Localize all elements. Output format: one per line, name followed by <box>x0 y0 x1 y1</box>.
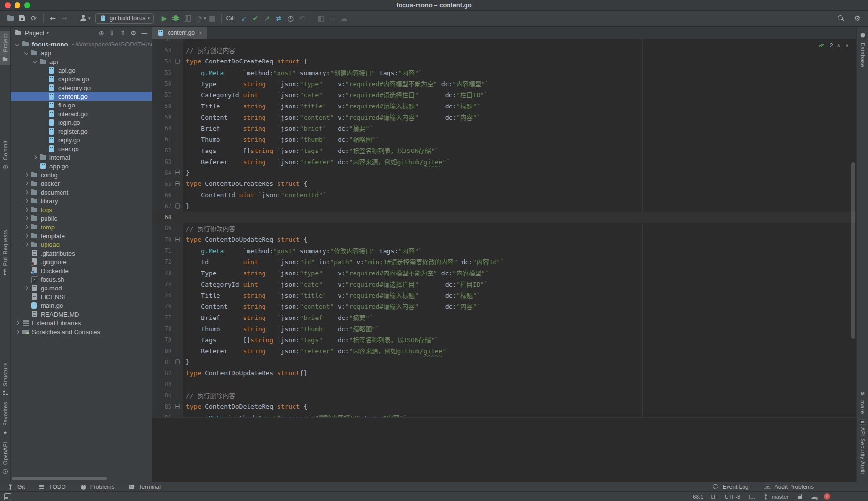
stripe-item-commit[interactable]: Commit <box>0 138 10 173</box>
git-commit-icon[interactable]: ✔ <box>249 13 261 24</box>
close-window-button[interactable] <box>5 2 11 8</box>
tree-toggle-icon[interactable] <box>24 243 29 247</box>
code-line-78[interactable]: 78 Thumb string `json:"thumb" dc:"缩略图"` <box>152 323 856 334</box>
tree-toggle-icon[interactable] <box>33 155 37 160</box>
stripe-item-api-security-audit[interactable]: API Security Audit <box>857 417 868 477</box>
stripe-item-pull-requests[interactable]: Pull Requests <box>0 228 10 279</box>
code-line-68[interactable]: 68 <box>152 212 856 223</box>
fold-marker[interactable] <box>171 359 183 364</box>
tree-item-focus-sh[interactable]: focus.sh <box>11 275 152 284</box>
tree-toggle-icon[interactable] <box>24 173 29 177</box>
line-separator[interactable]: LF <box>711 494 717 500</box>
fold-open-icon[interactable] <box>175 59 180 64</box>
file-encoding[interactable]: UTF-8 <box>725 494 741 500</box>
stripe-item-project[interactable]: Project <box>0 31 10 65</box>
tree-item-document[interactable]: document <box>11 188 152 197</box>
next-problem-icon[interactable]: ∨ <box>845 43 849 48</box>
run-icon[interactable]: ▶ <box>158 13 170 24</box>
tree-item-content-go[interactable]: content.go <box>11 92 152 101</box>
code-line-52[interactable]: 52 <box>152 39 856 45</box>
shelve-icon[interactable]: ◧ <box>315 13 326 24</box>
stripe-item-openapi[interactable]: OpenAPI <box>0 439 10 478</box>
fold-open-icon[interactable] <box>175 181 180 186</box>
code-viewport[interactable]: 5253// 执行创建内容54type ContentDoCreateReq s… <box>152 39 856 417</box>
tree-item-file-go[interactable]: file.go <box>11 101 152 109</box>
tree-item-upload[interactable]: upload <box>11 240 152 249</box>
tool-window-button-terminal[interactable]: Terminal <box>128 483 160 491</box>
tool-window-switcher-icon[interactable] <box>4 493 12 501</box>
tree-toggle-icon[interactable] <box>24 234 29 238</box>
tool-window-button-audit-problems[interactable]: Audit Problems <box>763 484 814 490</box>
git-branch-widget[interactable]: master <box>762 493 789 501</box>
fold-marker[interactable] <box>171 170 183 175</box>
tree-item-dockerfile[interactable]: Dockerfile <box>11 266 152 275</box>
code-line-55[interactable]: 55 g.Meta `method:"post" summary:"创建内容接口… <box>152 67 856 78</box>
code-with-me-icon[interactable] <box>810 493 818 501</box>
tree-toggle-icon[interactable] <box>24 199 29 203</box>
git-push-icon[interactable]: ↗ <box>261 13 273 24</box>
tree-item-internal[interactable]: internal <box>11 153 152 162</box>
back-icon[interactable]: ← <box>47 13 59 24</box>
tree-item-config[interactable]: config <box>11 170 152 179</box>
fold-close-icon[interactable] <box>175 170 180 175</box>
code-line-81[interactable]: 81} <box>152 356 856 367</box>
tool-window-button-event-log[interactable]: Event Log <box>712 483 749 491</box>
tree-item-logs[interactable]: logs <box>11 205 152 214</box>
code-line-61[interactable]: 61 Thumb string `json:"thumb" dc:"缩略图"` <box>152 134 856 145</box>
tree-item-api-go[interactable]: api.go <box>11 66 152 75</box>
git-sync-icon[interactable]: ⇄ <box>273 13 284 24</box>
prev-problem-icon[interactable]: ∧ <box>837 43 840 48</box>
code-line-79[interactable]: 79 Tags []string `json:"tags" dc:"标签名称列表… <box>152 334 856 345</box>
locate-icon[interactable]: ⊕ <box>99 30 104 37</box>
git-rollback-icon[interactable]: ↶ <box>296 13 308 24</box>
editor-vscrollbar[interactable] <box>851 162 855 339</box>
tree-toggle-icon[interactable] <box>24 51 29 55</box>
close-tab-icon[interactable]: × <box>199 30 202 37</box>
tree-item-reply-go[interactable]: reply.go <box>11 136 152 144</box>
tree-item-captcha-go[interactable]: captcha.go <box>11 75 152 83</box>
tree-toggle-icon[interactable] <box>24 182 29 186</box>
tree-item-go-mod[interactable]: go.mod <box>11 284 152 292</box>
code-line-74[interactable]: 74 CategoryId uint `json:"cate" v:"requi… <box>152 278 856 289</box>
tree-item-public[interactable]: public <box>11 214 152 223</box>
code-line-85[interactable]: 85type ContentDoDeleteReq struct { <box>152 401 856 412</box>
tree-item-api[interactable]: api <box>11 57 152 66</box>
tree-item-scratches-and-consoles[interactable]: Scratches and Consoles <box>11 327 152 336</box>
tab-content-go[interactable]: content.go × <box>152 27 207 39</box>
cloud-icon[interactable]: ☁ <box>338 13 350 24</box>
tree-item-gitattributes[interactable]: .gitattributes <box>11 249 152 258</box>
collapse-all-icon[interactable]: ⇑ <box>120 30 125 37</box>
settings-icon[interactable]: ⚙ <box>130 30 136 37</box>
tree-item-login-go[interactable]: login.go <box>11 118 152 127</box>
stripe-item-database[interactable]: Database <box>857 30 868 70</box>
code-line-54[interactable]: 54type ContentDoCreateReq struct { <box>152 56 856 67</box>
lock-icon[interactable] <box>796 493 804 501</box>
code-line-53[interactable]: 53// 执行创建内容 <box>152 45 856 56</box>
tree-toggle-icon[interactable] <box>16 330 20 334</box>
code-line-62[interactable]: 62 Tags []string `json:"tags" dc:"标签名称列表… <box>152 145 856 156</box>
git-update-icon[interactable]: ↙ <box>238 13 249 24</box>
tool-window-button-git[interactable]: Git <box>7 483 25 491</box>
run-coverage-icon[interactable] <box>182 13 193 24</box>
fold-marker[interactable] <box>171 181 183 186</box>
minimize-window-button[interactable] <box>15 2 20 8</box>
profile-icon[interactable] <box>78 13 89 24</box>
code-line-75[interactable]: 75 Title string `json:"title" v:"require… <box>152 289 856 301</box>
expand-all-icon[interactable]: ⇓ <box>109 30 115 37</box>
stripe-item-favorites[interactable]: Favorites <box>0 399 10 439</box>
tree-item-temp[interactable]: temp <box>11 223 152 231</box>
tree-item-register-go[interactable]: register.go <box>11 127 152 136</box>
code-line-76[interactable]: 76 Content string `json:"content" v:"req… <box>152 301 856 312</box>
tree-item-main-go[interactable]: main.go <box>11 301 152 310</box>
code-line-69[interactable]: 69// 执行修改内容 <box>152 223 856 234</box>
code-line-80[interactable]: 80 Referer string `json:"referer" dc:"内容… <box>152 345 856 356</box>
fold-open-icon[interactable] <box>175 237 180 242</box>
fold-open-icon[interactable] <box>175 404 180 409</box>
tree-item-library[interactable]: library <box>11 197 152 205</box>
save-all-icon[interactable] <box>16 13 28 24</box>
tree-toggle-icon[interactable] <box>16 42 20 46</box>
tree-item-focus-mono[interactable]: focus-mono~/Workspace/Go/GOPATH/src/gith… <box>11 40 152 48</box>
tree-item-license[interactable]: LICENSE <box>11 292 152 301</box>
code-line-56[interactable]: 56 Type string `json:"type" v:"required#… <box>152 78 856 89</box>
fold-marker[interactable] <box>171 59 183 64</box>
